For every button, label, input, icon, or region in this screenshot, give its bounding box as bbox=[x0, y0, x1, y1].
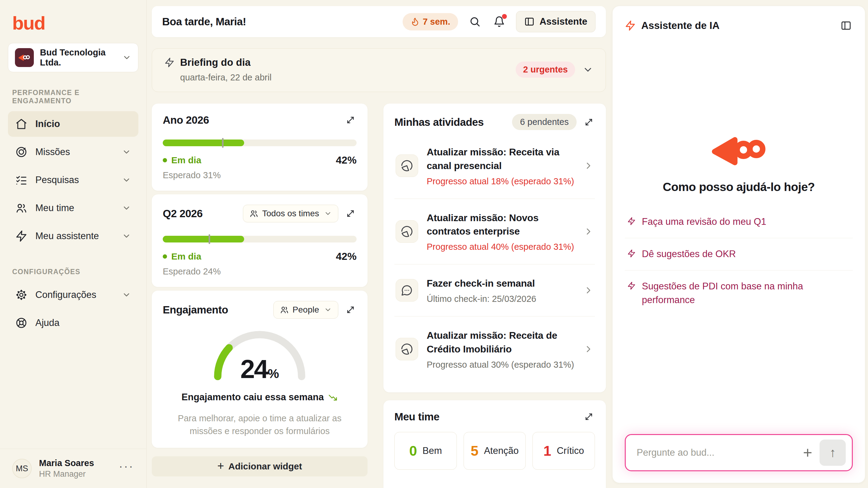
ai-input-container: + ↑ bbox=[625, 434, 853, 471]
briefing-title: Briefing do dia bbox=[180, 57, 250, 68]
zap-icon bbox=[15, 230, 27, 242]
assistant-toggle-button[interactable]: Assistente bbox=[516, 11, 595, 32]
year-progress-bar bbox=[163, 139, 356, 146]
ai-suggestions: Faça uma revisão do meu Q1 Dê sugestões … bbox=[625, 206, 853, 316]
sidebar-item-label: Pesquisas bbox=[35, 174, 114, 186]
activity-row[interactable]: Atualizar missão: Receita via canal pres… bbox=[394, 133, 595, 199]
user-profile[interactable]: MS Maria Soares HR Manager ··· bbox=[0, 449, 146, 488]
expand-button[interactable] bbox=[583, 411, 595, 423]
ai-suggestion[interactable]: Dê sugestões de OKR bbox=[625, 238, 853, 270]
sidebar-item-meu-assistente[interactable]: Meu assistente bbox=[8, 223, 138, 249]
people-filter-dropdown[interactable]: People bbox=[273, 301, 338, 319]
bud-logo: bud bbox=[8, 10, 138, 43]
stat-label: Crítico bbox=[557, 445, 584, 456]
users-icon bbox=[249, 209, 258, 218]
target-icon bbox=[15, 146, 27, 158]
quarter-progress-card: Q2 2026 Todos os times bbox=[152, 194, 368, 287]
search-button[interactable] bbox=[467, 14, 483, 29]
arrow-up-icon: ↑ bbox=[830, 445, 836, 460]
sidebar-item-meu-time[interactable]: Meu time bbox=[8, 195, 138, 221]
attach-button[interactable]: + bbox=[796, 445, 819, 461]
activity-row[interactable]: Fazer check-in semanal Último check-in: … bbox=[394, 264, 595, 316]
sidebar-item-pesquisas[interactable]: Pesquisas bbox=[8, 167, 138, 193]
ai-suggestion[interactable]: Sugestões de PDI com base na minha perfo… bbox=[625, 270, 853, 316]
stat-count: 5 bbox=[471, 443, 478, 459]
mission-chart-icon bbox=[396, 220, 418, 243]
activity-subtitle: Progresso atual 40% (esperado 31%) bbox=[427, 242, 575, 252]
ai-chat-input[interactable] bbox=[637, 447, 796, 458]
expand-icon bbox=[584, 117, 594, 127]
send-button[interactable]: ↑ bbox=[819, 440, 846, 466]
expand-button[interactable] bbox=[344, 207, 356, 220]
status-dot bbox=[163, 158, 167, 162]
expand-button[interactable] bbox=[344, 304, 356, 316]
expected-label: Esperado 31% bbox=[163, 170, 356, 180]
briefing-card[interactable]: Briefing do dia quarta-feira, 22 de abri… bbox=[152, 48, 606, 92]
zap-icon bbox=[627, 249, 636, 258]
sidebar: bud Bud Tecnologia Ltda. PERFORMANCE E E… bbox=[0, 0, 147, 488]
team-member-list: BC Bruno Cardoso Recrutador Crítico bbox=[394, 478, 595, 488]
notifications-button[interactable] bbox=[492, 14, 507, 29]
sidebar-item-ajuda[interactable]: Ajuda bbox=[8, 310, 138, 336]
expand-button[interactable] bbox=[344, 114, 356, 126]
chevron-right-icon bbox=[583, 344, 594, 354]
quarter-progress-bar bbox=[163, 236, 356, 242]
team-member-row[interactable]: BC Bruno Cardoso Recrutador Crítico bbox=[394, 478, 595, 488]
engagement-value: 24% bbox=[240, 354, 279, 384]
progress-fill bbox=[163, 236, 244, 242]
sidebar-item-missoes[interactable]: Missões bbox=[8, 139, 138, 165]
users-icon bbox=[15, 202, 27, 214]
sidebar-item-label: Meu assistente bbox=[35, 231, 114, 241]
briefing-date: quarta-feira, 22 de abril bbox=[180, 72, 516, 83]
year-progress-card: Ano 2026 Em dia 42% bbox=[152, 104, 368, 191]
chevron-right-icon bbox=[583, 226, 594, 237]
user-menu-ellipsis-icon[interactable]: ··· bbox=[119, 464, 134, 474]
company-selector[interactable]: Bud Tecnologia Ltda. bbox=[8, 43, 138, 72]
engagement-card: Engajamento People bbox=[152, 291, 368, 448]
streak-badge[interactable]: 7 sem. bbox=[403, 13, 458, 30]
activity-row[interactable]: Atualizar missão: Receita de Crédito Imo… bbox=[394, 316, 595, 382]
urgent-badge: 2 urgentes bbox=[516, 62, 575, 78]
sidebar-item-inicio[interactable]: Início bbox=[8, 111, 138, 137]
zap-icon bbox=[627, 282, 636, 290]
zap-icon bbox=[627, 217, 636, 225]
ai-suggestion[interactable]: Faça uma revisão do meu Q1 bbox=[625, 206, 853, 238]
ai-suggestion-label: Faça uma revisão do meu Q1 bbox=[642, 215, 766, 229]
team-stat-critico[interactable]: 1 Crítico bbox=[532, 432, 595, 470]
progress-fill bbox=[163, 139, 244, 146]
teams-filter-value: Todos os times bbox=[262, 209, 319, 219]
card-title: Ano 2026 bbox=[163, 114, 338, 126]
users-icon bbox=[280, 305, 289, 314]
checklist-icon bbox=[15, 174, 27, 186]
sidebar-item-label: Ajuda bbox=[35, 317, 131, 328]
sidebar-item-label: Meu time bbox=[35, 202, 114, 214]
chevron-down-icon bbox=[122, 203, 131, 213]
add-widget-button[interactable]: + Adicionar widget bbox=[152, 456, 368, 477]
activity-row[interactable]: Atualizar missão: Novos contratos enterp… bbox=[394, 199, 595, 264]
expected-label: Esperado 24% bbox=[163, 266, 356, 276]
sidebar-item-configuracoes[interactable]: Configurações bbox=[8, 282, 138, 308]
bud-mascot-icon bbox=[710, 133, 767, 167]
trending-down-icon bbox=[328, 392, 338, 402]
card-title: Meu time bbox=[394, 411, 577, 423]
engagement-headline: Engajamento caiu essa semana bbox=[182, 392, 338, 403]
teams-filter-dropdown[interactable]: Todos os times bbox=[243, 205, 338, 222]
team-stat-bem[interactable]: 0 Bem bbox=[394, 432, 457, 470]
expand-icon bbox=[346, 209, 355, 219]
my-team-card: Meu time 0 Bem 5 Atenção bbox=[383, 400, 606, 488]
ai-suggestion-label: Dê sugestões de OKR bbox=[642, 247, 736, 261]
activity-subtitle: Progresso atual 30% (esperado 31%) bbox=[427, 360, 575, 370]
collapse-panel-button[interactable] bbox=[839, 19, 853, 32]
notification-dot bbox=[502, 14, 507, 19]
expand-button[interactable] bbox=[583, 116, 595, 128]
sidebar-item-label: Missões bbox=[35, 147, 114, 158]
app-root: bud Bud Tecnologia Ltda. PERFORMANCE E E… bbox=[0, 0, 868, 488]
panel-icon bbox=[841, 20, 851, 31]
expected-marker bbox=[209, 234, 210, 244]
chevron-right-icon bbox=[583, 285, 594, 295]
team-stat-atencao[interactable]: 5 Atenção bbox=[464, 432, 526, 470]
my-activities-card: Minhas atividades 6 pendentes Atu bbox=[383, 104, 606, 392]
activity-subtitle: Progresso atual 18% (esperado 31%) bbox=[427, 176, 575, 187]
chevron-down-icon[interactable] bbox=[582, 64, 593, 75]
panel-icon bbox=[524, 17, 534, 27]
